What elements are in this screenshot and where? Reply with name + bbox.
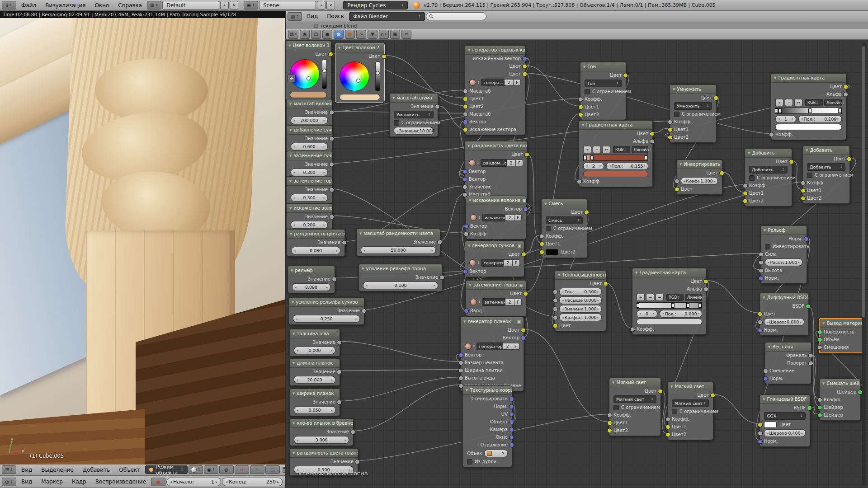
check-row[interactable]: С ограничением [803,171,849,179]
socket[interactable] [665,417,670,422]
socket[interactable] [650,131,655,136]
node-header[interactable]: ▼Добавить [745,149,792,158]
ramp-stop-handle[interactable] [775,108,778,113]
socket[interactable] [804,236,809,241]
socket[interactable] [703,279,708,284]
node-header[interactable]: ▼искажение волокна [287,204,332,213]
socket[interactable] [808,361,813,366]
socket[interactable] [743,198,748,203]
socket[interactable] [758,439,763,444]
socket[interactable] [817,397,822,402]
value-slider[interactable]: ◂0.080▸ [291,247,340,254]
node-header[interactable]: ▼Рельеф [761,226,807,235]
socket[interactable] [668,119,673,124]
checkbox[interactable] [467,459,472,465]
node-header[interactable]: ▼Цвет волокон 2 [335,43,384,52]
socket[interactable] [675,178,679,183]
socket[interactable] [817,405,822,410]
value-slider[interactable]: ◂Коэфф.:1.000▸ [681,177,718,185]
node-fiberScale[interactable]: ▼масштаб волоконЗначение◂200.000▸ [286,99,332,127]
socket[interactable] [337,340,342,345]
socket[interactable] [847,156,852,161]
socket[interactable] [817,337,822,342]
rampbar-row[interactable] [579,154,652,161]
socket[interactable] [817,345,822,350]
socket[interactable] [464,308,469,313]
inswatch-row[interactable]: Цвет2 [542,248,587,256]
infield-row[interactable]: ◂Коэфф.:1.000▸ [677,177,722,185]
socket[interactable] [658,389,663,394]
socket[interactable] [332,277,337,282]
node-header[interactable]: ▼рандомность цвета планок [290,449,358,458]
socket[interactable] [763,368,768,373]
ramp-index-field[interactable]: ◂2▸ [583,162,604,170]
socket[interactable] [807,405,812,410]
node-fiberDistort[interactable]: ▼искажение волокнаЗначение◂0.200▸ [286,203,332,231]
socket[interactable] [509,396,514,401]
field-row[interactable]: ◂50.000▸ [357,246,440,254]
node-texcoord[interactable]: ▼Текстурные коорд...СгенерироватьНорм.UV… [462,385,512,467]
ramp-add-button[interactable]: ＋ [637,294,645,301]
socket[interactable] [523,291,528,296]
socket[interactable] [329,136,334,141]
group-row[interactable]: ↕генератор су...2F [465,258,524,267]
field-row[interactable]: ◂0.300▸ [287,193,332,202]
ramp-stop-handle[interactable] [645,155,648,160]
socket[interactable] [463,127,468,132]
drop-row[interactable]: Умножить↕ [390,110,438,119]
node-header[interactable]: ▼масштаб волокон [287,99,332,108]
node-plankGen[interactable]: ▼генератор планок▣ЦветВектор↕генератор п… [460,317,524,391]
socket[interactable] [509,442,514,447]
ramp-stop-handle[interactable] [838,108,841,113]
node-header[interactable]: ▼генератор годовых колец▣ [465,46,525,55]
node-invert[interactable]: ▼ИнвертироватьЦвет◂Коэфф.:1.000▸Цвет [676,160,722,195]
socket[interactable] [578,104,583,109]
value-slider[interactable]: ◂3.000▸ [294,436,349,444]
node-add1[interactable]: ▼ДобавитьЦветДобавить↕С ограничениемКоэф… [745,148,792,206]
node-header[interactable]: ▼Текстурные коорд... [463,386,512,395]
node-header[interactable]: ▼рандомность цвета волокон [287,230,344,239]
check-row[interactable]: С ограничением [609,404,660,411]
socket[interactable] [522,71,527,76]
objfield-row[interactable]: Объек✎ [463,449,512,458]
socket[interactable] [509,427,514,432]
node-header[interactable]: ▼толщина шва [290,329,340,338]
node-reliefKnot[interactable]: ▼усиление рельефа сучковЗначение◂0.250▸ [288,297,364,325]
drop-row[interactable]: Добавить↕ [745,165,792,174]
value-slider[interactable]: ◂Коэфф.:1.000▸ [559,314,602,321]
socket[interactable] [539,249,544,254]
node-editor-scrollbar[interactable] [862,42,866,485]
ramp-color-mode-dropdown[interactable]: RGB↕ [613,146,630,153]
socket[interactable] [843,84,848,89]
inswatch-row[interactable]: Цвет [760,420,810,429]
socket[interactable] [578,112,583,117]
ramp-stop-handle[interactable] [584,155,587,160]
node-header[interactable]: ▼Диффузный BSDF [760,293,808,302]
socket[interactable] [584,210,589,215]
check-row[interactable]: С ограничением [670,110,716,118]
node-softlight1[interactable]: ▼Мягкий светЦветМягкий свет↕С ограничени… [609,378,661,436]
drop-row[interactable]: Мягкий свет↕ [609,395,660,404]
checkbox[interactable] [807,173,812,178]
color-bar[interactable] [775,124,842,130]
socket[interactable] [539,234,544,239]
ramp-index-field[interactable]: ◂0▸ [637,310,657,318]
socket[interactable] [553,323,558,328]
socket[interactable] [458,360,463,365]
socket[interactable] [719,170,724,175]
node-glossy[interactable]: ▼Глянцевый BSDFBSDFGGX↕Цвет◂Шероховато:0… [760,394,810,447]
checkbox[interactable] [672,409,677,414]
infield-row[interactable]: ◂Значение:1.000▸ [555,305,606,313]
ramp-delete-button[interactable]: − [646,294,654,301]
node-output[interactable]: ▼Вывод материалаПоверхностьОбъёмСмещения [819,318,863,353]
socket[interactable] [650,139,655,144]
ramp-color-mode-dropdown[interactable]: RGB↕ [805,99,823,106]
node-header[interactable]: ▼рельеф [288,266,335,275]
check-row[interactable]: С ограничением [542,225,587,232]
socket[interactable] [713,95,718,100]
socket[interactable] [607,428,612,433]
socket[interactable] [553,315,558,320]
infield-row[interactable]: ◂Шероховато:0.400▸ [760,429,810,437]
socket[interactable] [521,335,526,340]
ramp-stop-handle[interactable] [590,155,594,160]
